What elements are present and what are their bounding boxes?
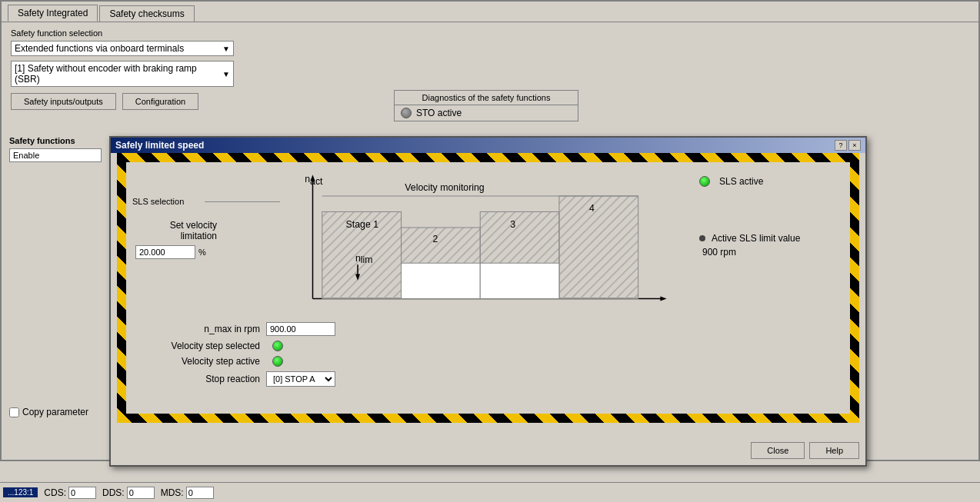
sls-active-led [699,176,710,187]
svg-text:Velocity monitoring: Velocity monitoring [405,182,484,193]
mds-label: MDS: [161,487,184,498]
tab-safety-integrated[interactable]: Safety Integrated [8,5,98,22]
dropdown-safety-encoder[interactable]: [1] Safety without encoder with braking … [11,61,234,87]
status-bar: ...123:1 CDS: DDS: MDS: [0,482,980,502]
velocity-unit: % [198,248,206,257]
vel-input-row: % [135,245,280,259]
chevron-down-icon: ▼ [222,45,230,53]
cds-input[interactable] [68,487,96,499]
configuration-button[interactable]: Configuration [122,93,198,110]
active-sls-label: Active SLS limit value [712,233,800,244]
chart-area: SLS selection Set velocity limitation % [132,168,844,314]
velocity-input[interactable] [135,245,195,259]
svg-text:2: 2 [433,234,438,244]
right-controls: SLS active Active SLS limit value 900 rp… [690,168,844,314]
hazard-border: SLS selection Set velocity limitation % [117,153,859,423]
dropdown-safety-function[interactable]: Extended functions via onboard terminals… [11,41,234,56]
dropdown-row-1: Extended functions via onboard terminals… [11,41,969,56]
sls-active-label: SLS active [719,176,763,187]
sls-selection-row: SLS selection [132,197,280,206]
left-sidebar: Safety functions [9,136,117,162]
svg-text:nlim: nlim [355,253,373,265]
safety-io-button[interactable]: Safety inputs/outputs [11,93,116,110]
vel-step-active-led [272,356,283,367]
modal-safely-limited-speed: Safely limited speed ? × SLS selection [109,136,867,467]
dropdown-row-2: [1] Safety without encoder with braking … [11,61,969,87]
main-window: Safety Integrated Safety checksums Safet… [0,0,980,461]
active-sls-value: 900 rpm [702,247,736,258]
vel-step-selected-label: Velocity step selected [143,341,266,351]
svg-rect-16 [480,263,559,298]
sls-sel-line [205,201,280,202]
stop-reaction-row: Stop reaction [0] STOP A [140,371,844,387]
nmax-input[interactable] [266,322,335,336]
hazard-inner: SLS selection Set velocity limitation % [126,162,850,414]
diagnostics-sto-item: STO active [395,105,578,121]
modal-controls: ? × [835,140,861,151]
active-sls-info: Active SLS limit value 900 rpm [699,233,844,258]
chart-container: nact [286,168,690,314]
vel-step-selected-led [272,341,283,351]
modal-actions: Close Help [751,442,859,459]
svg-marker-4 [660,296,666,301]
dds-input[interactable] [127,487,155,499]
tab-bar: Safety Integrated Safety checksums [2,2,978,22]
vel-limit-row: Set velocity limitation [132,220,280,242]
sto-led [401,108,412,118]
active-sls-dot [699,235,705,241]
modal-help-button[interactable]: ? [835,140,847,151]
safety-functions-input[interactable] [9,148,102,162]
tab-safety-checksums[interactable]: Safety checksums [99,5,194,22]
dds-item: DDS: [102,487,155,499]
status-badge: ...123:1 [3,487,38,497]
cds-item: CDS: [44,487,96,499]
left-controls: SLS selection Set velocity limitation % [132,168,286,314]
nmax-label: n_max in rpm [143,324,266,334]
modal-titlebar: Safely limited speed ? × [111,138,865,153]
close-button[interactable]: Close [751,442,805,459]
svg-rect-13 [559,196,638,299]
svg-text:3: 3 [510,219,515,230]
cds-label: CDS: [44,487,66,498]
nmax-row: n_max in rpm [140,322,844,336]
vel-step-active-indicator [272,356,288,367]
sls-selection-label: SLS selection [132,197,202,206]
velocity-chart: nact [286,168,690,314]
svg-rect-15 [402,263,481,298]
dds-label: DDS: [102,487,125,498]
copy-param-checkbox[interactable] [9,407,19,417]
vel-step-active-row: Velocity step active [140,356,844,367]
chevron-down-icon-2: ▼ [222,70,230,78]
data-rows: n_max in rpm Velocity step selected [132,317,844,387]
modal-close-button[interactable]: × [848,140,861,151]
modal-title: Safely limited speed [115,140,204,151]
vel-step-selected-indicator [272,341,288,351]
mds-input[interactable] [186,487,214,499]
vel-step-selected-row: Velocity step selected [140,341,844,351]
sls-active-row: SLS active [699,176,844,187]
vel-limit-label: Set velocity limitation [132,220,217,242]
svg-text:Stage 1: Stage 1 [346,219,379,230]
diagnostics-title: Diagnostics of the safety functions [395,91,578,105]
stop-reaction-label: Stop reaction [143,374,266,384]
safety-functions-label: Safety functions [9,136,117,145]
diagnostics-panel: Diagnostics of the safety functions STO … [394,90,578,121]
stop-reaction-dropdown[interactable]: [0] STOP A [266,371,335,387]
safety-function-label: Safety function selection [11,28,969,38]
svg-text:4: 4 [589,203,595,214]
copy-param-row: Copy parameter [9,407,88,417]
help-button[interactable]: Help [809,442,859,459]
active-sls-indicator: Active SLS limit value [699,233,800,244]
mds-item: MDS: [161,487,214,499]
vel-step-active-label: Velocity step active [143,356,266,367]
